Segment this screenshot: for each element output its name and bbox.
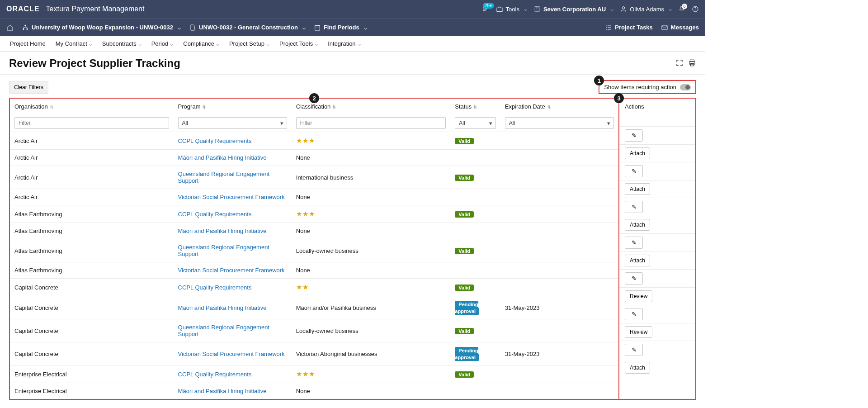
cell-status (450, 383, 500, 399)
program-link[interactable]: Victorian Social Procurement Framework (178, 194, 285, 200)
periods-crumb[interactable]: Find Periods (314, 24, 367, 31)
menu-period[interactable]: Period (151, 40, 174, 47)
table-row: Atlas EarthmovingQueensland Regional Eng… (10, 239, 618, 262)
attach-button[interactable]: Attach (625, 219, 650, 231)
help-icon[interactable] (692, 5, 699, 13)
menu-subcontracts[interactable]: Subcontracts (102, 40, 142, 47)
table-row: Capital ConcreteCCPL Quality Requirement… (10, 279, 618, 296)
cell-organisation: Arctic Air (10, 132, 174, 150)
project-crumb[interactable]: University of Woop Woop Expansion - UNWO… (22, 24, 181, 31)
edit-button[interactable] (625, 308, 643, 320)
menu-project-home[interactable]: Project Home (10, 40, 46, 47)
sort-icon[interactable]: ⇅ (473, 104, 477, 109)
table-row: Arctic AirQueensland Regional Engagement… (10, 166, 618, 189)
program-link[interactable]: CCPL Quality Requirements (178, 211, 252, 218)
attach-button[interactable]: Attach (625, 362, 650, 374)
print-icon[interactable] (688, 59, 696, 68)
review-button[interactable]: Review (625, 290, 652, 302)
fullscreen-icon[interactable] (675, 59, 684, 68)
filter-organisation-input[interactable] (14, 117, 169, 129)
attach-button[interactable]: Attach (625, 147, 650, 159)
header-organisation[interactable]: Organisation (14, 103, 48, 110)
filter-expiration-select[interactable] (505, 117, 614, 129)
tasks-icon[interactable]: 25+ (482, 5, 490, 13)
cell-classification: International business (292, 166, 451, 189)
status-badge-pending: Pending approval (455, 301, 479, 315)
program-link[interactable]: Queensland Regional Engagement Support (178, 324, 269, 337)
table-row: Enterprise ElectricalCCPL Quality Requir… (10, 365, 618, 383)
menu-project-setup[interactable]: Project Setup (229, 40, 269, 47)
filter-status-select[interactable] (455, 117, 495, 129)
sort-icon[interactable]: ⇅ (547, 104, 551, 109)
messages-link[interactable]: Messages (661, 24, 699, 31)
status-badge-valid: Valid (455, 371, 474, 378)
program-link[interactable]: Queensland Regional Engagement Support (178, 171, 269, 184)
header-program[interactable]: Program (178, 103, 201, 110)
review-button[interactable]: Review (625, 326, 652, 338)
user-label: Olivia Adams (630, 6, 664, 13)
cell-organisation: Arctic Air (10, 150, 174, 166)
edit-button[interactable] (625, 165, 643, 177)
cell-status: Valid (450, 279, 500, 296)
cell-status: Valid (450, 205, 500, 223)
cell-organisation: Capital Concrete (10, 342, 174, 365)
edit-button[interactable] (625, 344, 643, 356)
header-expiration[interactable]: Expiration Date (505, 103, 545, 110)
home-icon[interactable] (6, 24, 14, 31)
toggle-switch[interactable] (680, 84, 691, 90)
header-classification[interactable]: Classification (296, 103, 331, 110)
cell-expiration (500, 189, 618, 205)
cell-expiration (500, 223, 618, 239)
program-link[interactable]: Māori and Pasifika Hiring Initiative (178, 304, 267, 311)
menu-my-contract[interactable]: My Contract (56, 40, 92, 47)
top-bar: ORACLE Textura Payment Management 25+ To… (0, 0, 705, 18)
filter-program-select[interactable] (178, 117, 287, 129)
menu-compliance[interactable]: Compliance (183, 40, 219, 47)
cell-expiration (500, 383, 618, 399)
header-status[interactable]: Status (455, 103, 472, 110)
table-row: Capital ConcreteVictorian Social Procure… (10, 342, 618, 365)
cell-classification: Victorian Aboriginal businesses (292, 342, 451, 365)
contract-crumb[interactable]: UNWO-0032 - General Construction (189, 24, 306, 31)
status-badge-valid: Valid (455, 138, 474, 144)
program-link[interactable]: Queensland Regional Engagement Support (178, 244, 269, 257)
cell-status (450, 150, 500, 166)
program-link[interactable]: CCPL Quality Requirements (178, 284, 252, 291)
cell-classification: None (292, 383, 451, 399)
project-tasks-link[interactable]: Project Tasks (605, 24, 653, 31)
cell-status: Valid (450, 166, 500, 189)
supplier-table-box: 2 Organisation⇅ Program⇅ Classification⇅… (9, 98, 619, 400)
cell-status: Pending approval (450, 296, 500, 319)
status-badge-valid: Valid (455, 175, 474, 181)
edit-button[interactable] (625, 272, 643, 285)
attach-button[interactable]: Attach (625, 183, 650, 195)
notifications-icon[interactable]: 0 (678, 5, 685, 13)
clear-filters-button[interactable]: Clear Filters (9, 81, 48, 94)
program-link[interactable]: CCPL Quality Requirements (178, 371, 252, 378)
edit-button[interactable] (625, 129, 643, 142)
program-link[interactable]: CCPL Quality Requirements (178, 138, 252, 144)
cell-organisation: Enterprise Electrical (10, 365, 174, 383)
cell-classification: None (292, 262, 451, 279)
project-crumb-label: University of Woop Woop Expansion - UNWO… (32, 24, 173, 31)
program-link[interactable]: Māori and Pasifika Hiring Initiative (178, 228, 267, 234)
edit-button[interactable] (625, 201, 643, 213)
sort-icon[interactable]: ⇅ (50, 104, 53, 109)
user-menu[interactable]: Olivia Adams (620, 5, 672, 13)
program-link[interactable]: Māori and Pasifika Hiring Initiative (178, 154, 267, 161)
program-link[interactable]: Victorian Social Procurement Framework (178, 267, 285, 274)
edit-button[interactable] (625, 237, 643, 249)
menu-integration[interactable]: Integration (328, 40, 360, 47)
tasks-badge: 25+ (483, 3, 494, 9)
sort-icon[interactable]: ⇅ (202, 104, 206, 109)
filter-classification-input[interactable] (296, 117, 446, 129)
sort-icon[interactable]: ⇅ (332, 104, 336, 109)
org-menu[interactable]: Seven Corporation AU (533, 5, 613, 13)
svg-rect-7 (315, 25, 320, 30)
cell-expiration (500, 150, 618, 166)
menu-project-tools[interactable]: Project Tools (279, 40, 318, 47)
tools-menu[interactable]: Tools (496, 5, 527, 13)
program-link[interactable]: Māori and Pasifika Hiring Initiative (178, 388, 267, 394)
attach-button[interactable]: Attach (625, 255, 650, 266)
program-link[interactable]: Victorian Social Procurement Framework (178, 351, 285, 357)
